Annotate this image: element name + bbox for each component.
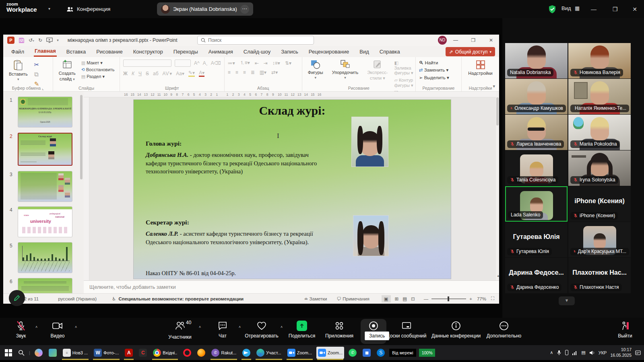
slide-thumbnail-1[interactable]: МІЖНАРОДНА ОЛІМПІАДА З РЕКРЕАЛОГІЇ 12-16… [18, 97, 72, 128]
slide-thumbnail-3[interactable] [18, 171, 72, 202]
leave-button[interactable]: Выйти [612, 321, 638, 339]
participant-tile[interactable]: Наталія Якименко-Те... [568, 79, 631, 114]
search-input[interactable] [208, 37, 301, 43]
participant-tile[interactable]: iPhone (Ксения) iPhone (Ксения) [568, 186, 631, 222]
participant-tile[interactable]: Mariia Pokolodna [568, 115, 631, 150]
redo-icon[interactable]: ↻ [38, 37, 42, 43]
calculator-button[interactable]: ▦ [361, 347, 372, 359]
video-button[interactable]: Видео [45, 321, 70, 339]
share-document-button[interactable]: ⇗ Общий доступ ▾ [446, 47, 495, 56]
quick-styles-button[interactable]: Экспресс- стили ▾ [365, 60, 390, 81]
shape-fill-button[interactable]: ◧ Заливка фигуры ▾ [394, 60, 414, 76]
chat-button[interactable]: Чат [211, 321, 235, 339]
select-button[interactable]: ➢ Выделить ▾ [419, 75, 458, 80]
photos-app-button[interactable] [47, 347, 58, 359]
participant-tile[interactable]: Новикова Валерія [568, 43, 631, 78]
save-icon[interactable] [19, 37, 25, 43]
text-shadow-button[interactable]: аб [153, 71, 159, 76]
justify-button[interactable]: ≣ [251, 70, 255, 75]
slide-sorter-button[interactable]: ⊞ [395, 296, 399, 302]
share-screen-button[interactable]: Поделиться [284, 321, 320, 339]
tab-design[interactable]: Конструктор [132, 47, 164, 56]
section-button[interactable]: ▤ Раздел ▾ [81, 74, 115, 79]
tab-draw[interactable]: Рисование [95, 47, 123, 56]
video-options-icon[interactable]: ˄ [75, 325, 77, 329]
zoom-in-button[interactable]: + [469, 296, 472, 301]
slide-thumbnail-6[interactable] [18, 278, 72, 293]
more-participants-button[interactable]: ▾ [559, 296, 575, 305]
slide-title[interactable]: Склад журі: [134, 104, 451, 117]
word-button[interactable]: WФото-... [92, 347, 120, 359]
document-app-button[interactable]: ≡Нов3 ... [61, 347, 89, 359]
zoom-app-button-active[interactable]: Zoom... [316, 347, 344, 359]
start-button[interactable] [3, 347, 14, 359]
participant-tile[interactable]: Natalia Dobrianska [505, 43, 568, 78]
font-color-button[interactable]: А▾ [199, 70, 204, 77]
change-case-button[interactable]: Аа▾ [176, 71, 184, 76]
red-c-app-button[interactable]: C [137, 347, 149, 359]
chrome-button[interactable]: Вхідні.. [151, 347, 179, 359]
jury-secretary-label[interactable]: Секретар журі: [146, 219, 189, 226]
tab-animations[interactable]: Анимация [208, 47, 234, 56]
slide-footer-text[interactable]: Наказ ОНТУ № 86-01 від 04-04-25р. [146, 269, 307, 278]
participants-options-icon[interactable]: ˄ [199, 325, 201, 329]
thumbnails-scrollbar[interactable] [80, 95, 83, 179]
participant-tile[interactable]: Лариса Іванченкова [505, 115, 568, 150]
participant-tile[interactable]: Гутарева Юлія Гутарева Юлія [505, 222, 568, 257]
highlight-button[interactable]: ✎▾ [188, 70, 195, 77]
meeting-info-button[interactable]: Данные конференции [428, 321, 484, 339]
security-shield-icon[interactable] [548, 5, 556, 14]
font-name-dropdown[interactable] [123, 60, 171, 67]
tab-record[interactable]: Запись [280, 47, 299, 56]
acrobat-button[interactable]: A [123, 347, 134, 359]
arrange-button[interactable]: Упорядочить▾ [330, 60, 361, 80]
copy-icon[interactable]: ⧉ [34, 71, 39, 78]
react-options-icon[interactable]: ˄ [281, 325, 283, 329]
align-right-button[interactable]: ≡ [243, 70, 246, 75]
strikethrough-button[interactable]: S [146, 71, 149, 76]
collapse-ribbon-icon[interactable]: ▾ [493, 84, 495, 89]
restore-button[interactable]: ❒ [606, 0, 624, 18]
react-button[interactable]: Отреагировать [239, 321, 284, 339]
audio-button[interactable]: Звук [9, 321, 33, 339]
notifications-icon[interactable] [635, 350, 641, 356]
tab-screen-share[interactable]: Экран (Natalia Dobrianska) ⋯ [157, 2, 253, 16]
photo-salenko[interactable] [353, 215, 389, 256]
participant-tile[interactable]: Плахотнюк Нас... Плахотнюк Настя [568, 258, 631, 293]
notes-toggle[interactable]: ≐ Заметки [304, 296, 327, 302]
telegram-button[interactable] [241, 347, 252, 359]
view-button[interactable]: Вид [561, 5, 571, 11]
cut-icon[interactable]: ✂ [34, 61, 39, 68]
decrease-indent-button[interactable]: ⇤ [255, 60, 259, 66]
battery-badge[interactable]: 100% [419, 349, 436, 357]
tab-transitions[interactable]: Переходы [173, 47, 199, 56]
search-box[interactable] [197, 36, 314, 45]
edge-button[interactable]: Участ... [255, 347, 283, 359]
tray-mic-icon[interactable] [557, 350, 561, 356]
whatsapp-button[interactable]: ✆ [347, 347, 358, 359]
addins-button[interactable]: Надстройки [465, 60, 496, 76]
jury-head-label[interactable]: Голова журі: [146, 140, 182, 147]
more-button[interactable]: Дополнительно [481, 321, 527, 339]
audio-options-icon[interactable]: ˄ [35, 325, 37, 329]
layout-button[interactable]: ▥ Макет ▾ [81, 60, 115, 66]
annotate-button[interactable] [9, 290, 25, 306]
jury-head-text[interactable]: Добрянська Н.А. - доктор економічних нау… [146, 151, 325, 176]
show-hidden-icons[interactable]: ∧ [550, 350, 553, 355]
minimize-button[interactable]: — [584, 0, 603, 18]
participant-tile[interactable]: Дарина Федосе... Дарина Федосенко [505, 258, 568, 293]
zoom-percent[interactable]: 77% [477, 296, 486, 301]
slide-thumbnail-5[interactable] [18, 242, 72, 273]
participant-tile[interactable]: Дар'я Красуцька МТ... [568, 222, 631, 257]
scroll-up-icon[interactable]: ▴ [497, 274, 499, 278]
clock[interactable]: 10:1716.05.2025 [610, 347, 632, 358]
participant-tile-active-speaker[interactable]: Lada Salenko [505, 186, 568, 222]
shapes-button[interactable]: Фигуры▾ [305, 60, 326, 80]
tab-meeting[interactable]: Конференция [66, 0, 110, 18]
language-indicator[interactable]: УКР [599, 350, 607, 355]
numbering-button[interactable]: ⒈≡▾ [240, 60, 250, 66]
participants-button[interactable]: 40 Участники [163, 321, 197, 340]
zoom-out-button[interactable]: — [424, 296, 429, 301]
shrink-font-icon[interactable]: А˯ [203, 60, 208, 66]
customize-quick-access-icon[interactable]: ▾ [57, 38, 59, 42]
